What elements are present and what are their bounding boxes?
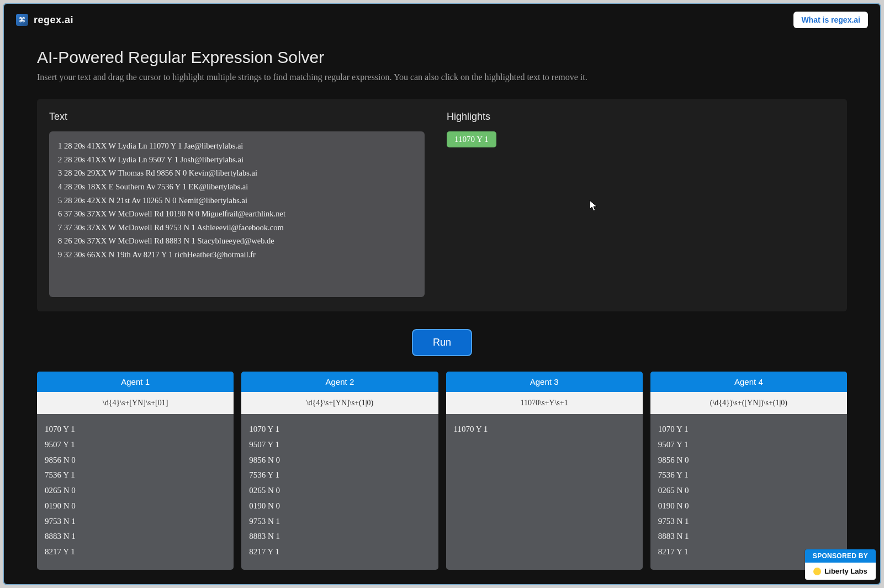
agent-matches: 11070 Y 1	[446, 414, 643, 533]
agent-header: Agent 4	[650, 372, 847, 392]
agent-match: 8883 N 1	[45, 529, 226, 544]
brand-name: regex.ai	[34, 14, 73, 26]
agent-regex[interactable]: \d{4}\s+[YN]\s+[01]	[37, 392, 234, 414]
agent-header: Agent 1	[37, 372, 234, 392]
agent-match: 9856 N 0	[658, 453, 839, 468]
highlights-panel-label: Highlights	[447, 111, 835, 123]
agent-match: 9507 Y 1	[658, 437, 839, 453]
agent-match: 9507 Y 1	[45, 437, 226, 453]
agent-match: 0190 N 0	[658, 499, 839, 514]
agent-match: 7536 Y 1	[45, 468, 226, 483]
agent-match: 8217 Y 1	[45, 544, 226, 560]
agent-card: Agent 311070\s+Y\s+111070 Y 1	[446, 372, 643, 570]
agent-match: 8883 N 1	[658, 529, 839, 544]
agent-matches: 1070 Y 19507 Y 19856 N 07536 Y 10265 N 0…	[241, 414, 438, 570]
content: AI-Powered Regular Expression Solver Ins…	[4, 28, 880, 581]
agent-match: 0265 N 0	[45, 483, 226, 499]
agent-match: 1070 Y 1	[45, 422, 226, 437]
agent-match: 9507 Y 1	[249, 437, 430, 453]
highlight-chip[interactable]: 11070 Y 1	[447, 131, 496, 147]
agent-regex[interactable]: 11070\s+Y\s+1	[446, 392, 643, 414]
sponsor-badge[interactable]: SPONSORED BY Liberty Labs	[805, 549, 876, 580]
agent-card: Agent 1\d{4}\s+[YN]\s+[01]1070 Y 19507 Y…	[37, 372, 234, 570]
agent-header: Agent 2	[241, 372, 438, 392]
agent-header: Agent 3	[446, 372, 643, 392]
text-panel-label: Text	[49, 111, 425, 123]
agent-match: 9753 N 1	[658, 514, 839, 529]
run-row: Run	[37, 329, 847, 356]
text-input[interactable]: 1 28 20s 41XX W Lydia Ln 11070 Y 1 Jae@l…	[49, 131, 425, 297]
panels: Text 1 28 20s 41XX W Lydia Ln 11070 Y 1 …	[37, 99, 847, 311]
sponsor-logo-icon	[813, 568, 821, 575]
text-panel: Text 1 28 20s 41XX W Lydia Ln 11070 Y 1 …	[49, 111, 425, 297]
what-is-button[interactable]: What is regex.ai	[793, 12, 868, 28]
agents-row: Agent 1\d{4}\s+[YN]\s+[01]1070 Y 19507 Y…	[37, 372, 847, 570]
agent-match: 8217 Y 1	[249, 544, 430, 560]
agent-match: 9753 N 1	[45, 514, 226, 529]
agent-match: 9856 N 0	[45, 453, 226, 468]
agent-match: 9856 N 0	[249, 453, 430, 468]
sponsor-label: SPONSORED BY	[805, 549, 876, 563]
agent-match: 0265 N 0	[658, 483, 839, 499]
agent-match: 0190 N 0	[249, 499, 430, 514]
agent-match: 7536 Y 1	[658, 468, 839, 483]
page-subtitle: Insert your text and drag the cursor to …	[37, 72, 847, 82]
sponsor-name-row: Liberty Labs	[805, 563, 876, 580]
agent-match: 7536 Y 1	[249, 468, 430, 483]
highlights-panel: Highlights 11070 Y 1	[447, 111, 835, 297]
agent-regex[interactable]: (\d{4})\s+([YN])\s+(1|0)	[650, 392, 847, 414]
agent-match: 1070 Y 1	[249, 422, 430, 437]
agent-match: 8883 N 1	[249, 529, 430, 544]
agent-matches: 1070 Y 19507 Y 19856 N 07536 Y 10265 N 0…	[37, 414, 234, 570]
agent-regex[interactable]: \d{4}\s+[YN]\s+(1|0)	[241, 392, 438, 414]
brand[interactable]: ⌘ regex.ai	[16, 14, 73, 26]
agent-match: 11070 Y 1	[454, 422, 635, 437]
sponsor-name: Liberty Labs	[824, 567, 867, 575]
agent-match: 0265 N 0	[249, 483, 430, 499]
agent-card: Agent 2\d{4}\s+[YN]\s+(1|0)1070 Y 19507 …	[241, 372, 438, 570]
agent-card: Agent 4(\d{4})\s+([YN])\s+(1|0)1070 Y 19…	[650, 372, 847, 570]
agent-match: 9753 N 1	[249, 514, 430, 529]
agent-matches: 1070 Y 19507 Y 19856 N 07536 Y 10265 N 0…	[650, 414, 847, 570]
run-button[interactable]: Run	[412, 329, 472, 356]
highlights-list: 11070 Y 1	[447, 131, 835, 147]
page-title: AI-Powered Regular Expression Solver	[37, 48, 847, 67]
app-window: ⌘ regex.ai What is regex.ai AI-Powered R…	[3, 3, 881, 585]
brand-logo-icon: ⌘	[16, 14, 28, 26]
topbar: ⌘ regex.ai What is regex.ai	[4, 4, 880, 28]
agent-match: 1070 Y 1	[658, 422, 839, 437]
agent-match: 0190 N 0	[45, 499, 226, 514]
